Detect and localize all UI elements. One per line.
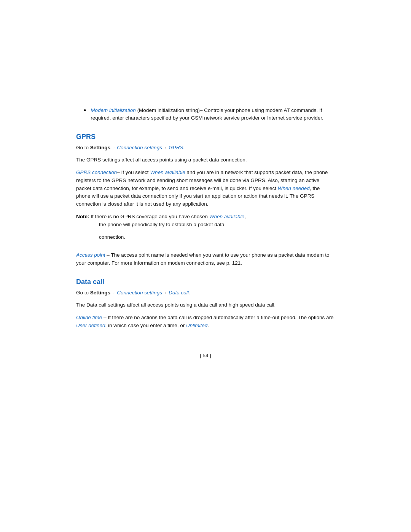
gprs-nav-arrow2: →	[162, 145, 169, 150]
user-defined-term: User defined	[76, 323, 105, 328]
gprs-note-comma: ,	[244, 214, 246, 219]
gprs-connection-text: GPRS connection– If you select When avai…	[76, 169, 335, 209]
gprs-note-label: Note:	[76, 214, 89, 219]
online-time-text3: .	[207, 323, 209, 328]
gprs-note-line3: connection.	[99, 233, 246, 241]
modem-init-term: Modem initialization	[91, 107, 136, 113]
bullet-text-modem: Modem initialization (Modem initializati…	[91, 107, 335, 122]
gprs-connection-term: GPRS connection	[76, 169, 117, 175]
data-call-nav-data-call: Data call.	[169, 290, 190, 296]
gprs-connection-dash: –	[117, 169, 120, 175]
gprs-note-content: Note: If there is no GPRS coverage and y…	[76, 213, 246, 246]
gprs-when-available: When available	[150, 169, 185, 175]
data-call-nav-arrow2: →	[162, 290, 169, 296]
data-call-nav-arrow1: →	[110, 290, 117, 296]
gprs-section: GPRS Go to Settings→ Connection settings…	[76, 133, 335, 267]
gprs-when-needed: When needed	[278, 185, 310, 191]
data-call-nav-connection-settings: Connection settings	[117, 290, 162, 296]
data-call-heading: Data call	[76, 278, 335, 286]
data-call-online-time-text: Online time – If there are no actions th…	[76, 314, 335, 330]
online-time-text2: , in which case you enter a time, or	[105, 323, 186, 328]
bullet-dot: •	[84, 106, 86, 115]
gprs-note-when-available: When available	[209, 214, 244, 219]
page-content: • Modem initialization (Modem initializa…	[0, 0, 411, 532]
bullet-item-modem: • Modem initialization (Modem initializa…	[84, 107, 335, 122]
gprs-access-point-text: Access point – The access point name is …	[76, 251, 335, 267]
gprs-intro: The GPRS settings affect all access poin…	[76, 156, 335, 164]
data-call-nav-settings: Settings	[90, 290, 110, 296]
gprs-note-text1: If there is no GPRS coverage and you hav…	[89, 214, 209, 219]
page-number: [ 54 ]	[76, 353, 335, 358]
gprs-heading: GPRS	[76, 133, 335, 141]
gprs-nav-arrow1: →	[110, 145, 117, 150]
gprs-nav: Go to Settings→ Connection settings→ GPR…	[76, 144, 335, 152]
gprs-nav-connection-settings: Connection settings	[117, 145, 162, 150]
data-call-intro: The Data call settings affect all access…	[76, 301, 335, 309]
data-call-section: Data call Go to Settings→ Connection set…	[76, 278, 335, 330]
gprs-nav-settings: Settings	[90, 145, 110, 150]
gprs-note-line2: the phone will periodically try to estab…	[99, 221, 246, 229]
online-time-term: Online time	[76, 315, 102, 320]
bullet-section: • Modem initialization (Modem initializa…	[76, 107, 335, 122]
gprs-note-line2-container: the phone will periodically try to estab…	[76, 221, 246, 241]
online-time-text1: – If there are no actions the data call …	[102, 315, 333, 320]
gprs-access-point-term: Access point	[76, 252, 105, 258]
gprs-connection-text1: If you select	[120, 169, 150, 175]
gprs-nav-gprs: GPRS.	[169, 145, 185, 150]
data-call-nav: Go to Settings→ Connection settings→ Dat…	[76, 289, 335, 297]
unlimited-term: Unlimited	[186, 323, 207, 328]
data-call-nav-prefix: Go to	[76, 290, 90, 296]
gprs-access-point-desc: – The access point name is needed when y…	[76, 252, 329, 266]
gprs-note: Note: If there is no GPRS coverage and y…	[76, 213, 335, 246]
gprs-nav-prefix: Go to	[76, 145, 90, 150]
